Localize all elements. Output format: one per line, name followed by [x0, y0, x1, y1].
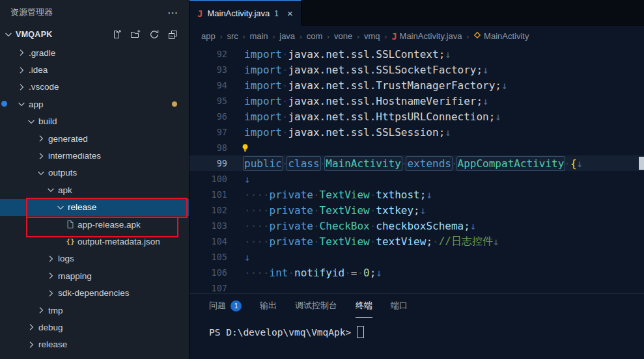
- tree-item-debug[interactable]: debug: [0, 319, 189, 336]
- tree-item-output-metadata.json[interactable]: {}output-metadata.json: [0, 233, 189, 250]
- line-number: 107: [189, 283, 227, 293]
- chevron-down-icon[interactable]: [45, 185, 57, 195]
- panel-tab-端口[interactable]: 端口: [391, 294, 408, 318]
- tree-item-.vscode[interactable]: .vscode: [0, 79, 189, 96]
- code-token: ↓: [426, 189, 432, 201]
- panel-tab-label: 调试控制台: [295, 300, 337, 312]
- line-number: 96: [189, 111, 227, 122]
- code-line-107[interactable]: 107: [189, 280, 644, 293]
- chevron-right-icon[interactable]: [16, 47, 27, 58]
- overview-ruler-marker: [639, 157, 644, 170]
- breadcrumb-item-com[interactable]: com: [307, 31, 323, 41]
- collapse-all-icon[interactable]: [168, 29, 178, 40]
- panel-tab-终端[interactable]: 终端: [356, 294, 372, 318]
- code-line-93[interactable]: 93import·javax.net.ssl.SSLSocketFactory;…: [189, 62, 644, 77]
- more-actions-icon[interactable]: ⋯: [167, 7, 178, 19]
- code-line-102[interactable]: 102····private·TextView·txtkey;↓: [189, 202, 644, 218]
- close-icon[interactable]: ×: [287, 8, 293, 19]
- lightbulb-icon[interactable]: [240, 143, 250, 153]
- chevron-right-icon[interactable]: [35, 133, 47, 144]
- tree-item-label: .gradle: [29, 48, 55, 58]
- tree-item-outputs[interactable]: outputs: [0, 165, 189, 181]
- breadcrumb-item-MainActivity.java[interactable]: JMainActivity.java: [391, 31, 462, 42]
- panel-tab-label: 端口: [391, 300, 408, 312]
- chevron-right-icon[interactable]: [25, 322, 37, 332]
- breadcrumb-item-vone[interactable]: vone: [334, 31, 352, 41]
- new-folder-icon[interactable]: [130, 29, 141, 40]
- chevron-right-icon[interactable]: [25, 339, 37, 350]
- code-line-103[interactable]: 103····private·CheckBox·checkboxSchema;↓: [189, 218, 644, 233]
- tree-item-intermediates[interactable]: intermediates: [0, 147, 189, 164]
- tree-item-tmp[interactable]: tmp: [0, 302, 189, 319]
- code-line-99[interactable]: 99public·class·MainActivity·extends·AppC…: [189, 155, 644, 171]
- chevron-right-icon[interactable]: [35, 305, 47, 315]
- tree-item-mapping[interactable]: mapping: [0, 267, 189, 284]
- chevron-right-icon[interactable]: [16, 65, 27, 75]
- tree-item-build[interactable]: build: [0, 113, 189, 130]
- code-line-105[interactable]: 105↓: [189, 249, 644, 265]
- panel-tab-问题[interactable]: 问题1: [209, 294, 242, 318]
- code-token: ····: [244, 204, 270, 217]
- code-line-101[interactable]: 101····private·TextView·txthost;↓: [189, 187, 644, 202]
- tree-item-apk[interactable]: apk: [0, 181, 189, 198]
- chevron-down-icon[interactable]: [16, 99, 27, 109]
- chevron-right-icon[interactable]: [45, 254, 57, 264]
- code-line-100[interactable]: 100↓: [189, 171, 644, 187]
- breadcrumb-item-main[interactable]: main: [249, 31, 268, 41]
- tab-mainactivity-java[interactable]: J MainActivity.java 1 ×: [189, 0, 301, 26]
- new-file-icon[interactable]: [111, 29, 122, 40]
- tree-item-app[interactable]: app: [0, 96, 189, 113]
- breadcrumb-separator: ›: [220, 33, 223, 40]
- code-token: ↓: [501, 79, 508, 92]
- code-token: public: [244, 157, 282, 170]
- sidebar-header: 资源管理器 ⋯: [0, 0, 189, 25]
- code-token: ↓: [244, 173, 251, 185]
- panel-tab-输出[interactable]: 输出: [260, 294, 277, 318]
- chevron-right-icon[interactable]: [45, 288, 57, 299]
- tree-item-generated[interactable]: generated: [0, 130, 189, 147]
- breadcrumb-item-vmq[interactable]: vmq: [364, 31, 380, 41]
- code-token: ↓: [577, 157, 583, 170]
- code-line-92[interactable]: 92import·javax.net.ssl.SSLContext;↓: [189, 46, 644, 62]
- chevron-right-icon[interactable]: [35, 151, 47, 161]
- code-token: int: [270, 267, 288, 279]
- tree-item-release[interactable]: release: [0, 199, 189, 216]
- code-token: ·: [564, 157, 570, 170]
- chevron-right-icon[interactable]: [16, 82, 27, 92]
- code-area[interactable]: 92import·javax.net.ssl.SSLContext;↓93imp…: [189, 46, 644, 293]
- code-line-106[interactable]: 106····int·notifyid·=·0;↓: [189, 265, 644, 280]
- tree-item-label: logs: [58, 254, 74, 263]
- code-token: ·: [288, 267, 294, 279]
- terminal[interactable]: PS D:\develop\vmq\VmqApk>: [189, 318, 644, 338]
- tree-item-app-release.apk[interactable]: app-release.apk: [0, 216, 189, 233]
- tree-item-.gradle[interactable]: .gradle: [0, 44, 189, 61]
- breadcrumb-item-MainActivity[interactable]: MainActivity: [473, 31, 529, 41]
- project-section-header[interactable]: VMQAPK: [0, 25, 189, 44]
- code-line-94[interactable]: 94import·javax.net.ssl.TrustManagerFacto…: [189, 77, 644, 93]
- breadcrumb-item-java[interactable]: java: [279, 31, 295, 41]
- tree-item-sdk-dependencies[interactable]: sdk-dependencies: [0, 284, 189, 301]
- code-token: javax.net.ssl.TrustManagerFactory;: [288, 79, 501, 92]
- problems-count-badge: 1: [231, 300, 242, 312]
- breadcrumb-label: app: [201, 31, 216, 41]
- code-line-95[interactable]: 95import·javax.net.ssl.HostnameVerifier;…: [189, 93, 644, 109]
- breadcrumb-item-app[interactable]: app: [201, 31, 216, 41]
- chevron-down-icon[interactable]: [35, 168, 47, 178]
- panel-tab-调试控制台[interactable]: 调试控制台: [295, 294, 337, 318]
- tree-item-release[interactable]: release: [0, 336, 189, 353]
- code-line-96[interactable]: 96import·javax.net.ssl.HttpsURLConnectio…: [189, 109, 644, 124]
- code-token: private: [270, 220, 313, 232]
- code-line-97[interactable]: 97import·javax.net.ssl.SSLSession;↓: [189, 124, 644, 140]
- tree-item-label: outputs: [48, 168, 77, 178]
- chevron-right-icon[interactable]: [45, 271, 57, 281]
- tree-item-logs[interactable]: logs: [0, 250, 189, 267]
- chevron-down-icon[interactable]: [25, 116, 37, 127]
- tree-item-label: release: [68, 202, 96, 212]
- tree-item-.idea[interactable]: .idea: [0, 61, 189, 78]
- code-token: javax.net.ssl.SSLSocketFactory;: [288, 64, 483, 76]
- refresh-icon[interactable]: [149, 29, 160, 40]
- chevron-down-icon[interactable]: [55, 202, 66, 213]
- code-line-98[interactable]: 98: [189, 140, 644, 155]
- code-line-104[interactable]: 104····private·TextView·textView;·//日志控件…: [189, 233, 644, 249]
- breadcrumb-item-src[interactable]: src: [227, 31, 238, 41]
